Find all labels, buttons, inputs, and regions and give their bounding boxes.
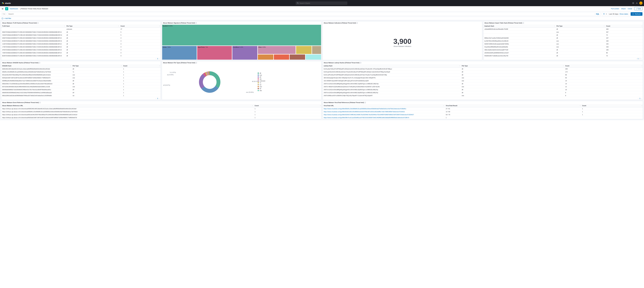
- table-row[interactable]: 03847D39AA16D0B3D27C23B143C3EB480E67DAE1…: [1, 36, 160, 40]
- global-search[interactable]: [296, 2, 347, 5]
- table-row[interactable]: unknown27: [1, 28, 160, 31]
- legend-item[interactable]: zip: [258, 78, 265, 80]
- table-row[interactable]: 6144:JyPKmlEwrPmRPWEpWFn2E6IyDntvhhOU35R…: [323, 74, 643, 76]
- signature-treemap[interactable]: Quakbot 63.89%Dridex 7.85%AgentTesla 7.6…: [162, 24, 321, 60]
- table-row[interactable]: 001de34e2559746dc806ad79c18402d5dcff0bd2…: [1, 74, 160, 76]
- space-badge[interactable]: D: [5, 7, 8, 10]
- kql-badge[interactable]: KQL: [595, 13, 599, 15]
- table-row[interactable]: 24576:xSJSZexOkGdBfQjH0ypAGgpHSUo3H1H36E…: [323, 91, 643, 94]
- prev-page[interactable]: ‹: [638, 98, 638, 99]
- next-page[interactable]: ›: [159, 58, 160, 60]
- table-row[interactable]: https://urlhaus-api.abuse.ch/v1/download…: [1, 110, 321, 113]
- table-row[interactable]: 00b2a26fd1da52afca639699dbb67840ea3573d0…: [1, 94, 160, 97]
- page-number[interactable]: 1: [638, 58, 638, 60]
- column-header[interactable]: TLSH Hash⌄: [1, 24, 66, 28]
- table-row[interactable]: dll73: [484, 34, 643, 36]
- info-icon[interactable]: i: [356, 22, 358, 24]
- table-row[interactable]: 6144:p9ykYklEwrPmRPWEpWFn2E6IyDntvhhOU35…: [323, 68, 643, 70]
- table-row[interactable]: 00b09330165999bd62e4ba7e322169a3706390fc…: [1, 91, 160, 94]
- info-icon[interactable]: i: [37, 22, 39, 24]
- table-row[interactable]: 91ae93ed3ff0d6f8a4f22d2edd30a58eexe150: [484, 46, 643, 48]
- info-icon[interactable]: i: [364, 102, 366, 103]
- table-row[interactable]: 007d164e3645fd8c3fae9c5f6fb440083150c248…: [1, 85, 160, 88]
- column-header[interactable]: VirusTotal Result⌄: [445, 104, 581, 107]
- next-page[interactable]: ›: [159, 98, 160, 99]
- treemap-cell[interactable]: Quakbot 63.89%: [162, 24, 321, 46]
- share-link[interactable]: Share: [621, 8, 626, 10]
- treemap-cell[interactable]: [290, 54, 306, 60]
- table-row[interactable]: https://www.virustotal.com/gui/file/000d…: [323, 107, 643, 110]
- table-row[interactable]: 17847D39AA16D0B3D27C23B143C3EB480E67DAE1…: [1, 46, 160, 48]
- legend-item[interactable]: rar: [258, 84, 265, 86]
- table-row[interactable]: https://urlhaus-api.abuse.ch/v1/download…: [1, 107, 321, 110]
- treemap-cell[interactable]: [312, 46, 321, 54]
- user-avatar[interactable]: ●: [639, 2, 642, 5]
- table-row[interactable]: 005ff8ba451f9d980209dbaf03e72a27336852d2…: [1, 79, 160, 82]
- table-row[interactable]: 0020a6150671807bc88701d3efcefc89f7b9f000…: [1, 76, 160, 79]
- date-picker[interactable]: 🗓 ▾ Last 30 days Show dates: [602, 12, 630, 16]
- table-row[interactable]: 0005346140f13dbe9614222a3cc16de1a8b5ff95…: [1, 68, 160, 70]
- table-row[interactable]: 006d2382c721e648e0beaac64c835a46891e3358…: [1, 82, 160, 85]
- column-header[interactable]: File Type⌄: [66, 24, 120, 28]
- show-dates-link[interactable]: Show dates: [620, 13, 628, 15]
- table-row[interactable]: 300c10a50c3de5414c631eda8f77fc0fdll106: [484, 48, 643, 52]
- legend-item[interactable]: doc: [258, 90, 265, 91]
- legend-item[interactable]: txt: [258, 88, 265, 90]
- column-header[interactable]: File Type⌄: [72, 64, 122, 68]
- legend-item[interactable]: exe: [258, 74, 265, 76]
- clone-link[interactable]: Clone: [628, 8, 632, 10]
- filetypes-donut[interactable]: 7z (1.87%) zip (4.03%) elf (24.87%) exe …: [162, 70, 258, 94]
- next-page[interactable]: ›: [641, 98, 642, 99]
- info-icon[interactable]: i: [39, 62, 40, 64]
- treemap-cell[interactable]: [274, 54, 290, 60]
- treemap-cell[interactable]: CoinMiner 6.23%: [232, 46, 258, 60]
- table-row[interactable]: https://urlhaus-api.abuse.ch/v1/download…: [1, 116, 321, 119]
- info-icon[interactable]: i: [360, 62, 362, 64]
- legend-item[interactable]: ace: [258, 86, 265, 88]
- filter-toggle[interactable]: ▾: [2, 12, 6, 16]
- column-header[interactable]: File Type⌄: [461, 64, 564, 68]
- table-row[interactable]: bc2507952c5954f0ae664ccf1c638c93exe160: [484, 40, 643, 42]
- table-row[interactable]: 384:A4JleqSgII1NLfpIcC8E+/SRp9zj5+EoFv7k…: [323, 76, 643, 79]
- table-row[interactable]: 6144:/gOXktvhhOU35RJEesNr3wU7HuAmHKmlEwr…: [323, 70, 643, 74]
- prev-page[interactable]: ‹: [156, 58, 156, 60]
- legend-item[interactable]: 7z: [258, 82, 265, 84]
- table-row[interactable]: 192:3HWkPoSjneN9FCNDDgfVs3fPsUjDzyATU9:3…: [323, 79, 643, 82]
- table-row[interactable]: c0d4a888925cfdc2acf94edd6c75208fdll440: [484, 28, 643, 31]
- table-row[interactable]: 24576:xSJSZexOkGdBfQjH0ypAGgpHSUo3H1H36E…: [323, 88, 643, 91]
- table-row[interactable]: 563557d99523e4b1abab2eb9b79285eexe155: [484, 42, 643, 46]
- treemap-cell[interactable]: [296, 46, 312, 54]
- table-row[interactable]: 2F847D39AA16D0B3D27C23B143C3EB480E67DAE1…: [1, 48, 160, 52]
- query-input-wrap[interactable]: KQL: [7, 12, 601, 16]
- table-row[interactable]: 72847D39AA16D0B3D27C23B143C3EB480E67DAE1…: [1, 52, 160, 54]
- table-row[interactable]: e55392d3d4f1a5698962f329e1e15c67dll96: [484, 52, 643, 54]
- table-row[interactable]: https://www.virustotal.com/gui/file/03fe…: [323, 116, 643, 119]
- column-header[interactable]: Count⌄: [564, 64, 643, 68]
- table-row[interactable]: CE847D39AA16D0B3D27C23B143C3EB480E67DAE1…: [1, 34, 160, 36]
- next-page[interactable]: ›: [641, 58, 642, 60]
- table-row[interactable]: https://urlhaus-api.abuse.ch/v1/download…: [1, 113, 321, 116]
- column-header[interactable]: Count⌄: [581, 104, 643, 107]
- column-header[interactable]: VirusTotal URL⌄: [323, 104, 445, 107]
- global-search-input[interactable]: [300, 2, 346, 4]
- table-row[interactable]: exe347: [484, 31, 643, 34]
- nav-toggle-icon[interactable]: [2, 8, 4, 10]
- info-icon[interactable]: i: [39, 102, 41, 103]
- add-filter-link[interactable]: + + Add filter: [2, 18, 11, 19]
- table-row[interactable]: B2847D39AA16D0B3D27C23B143C3EB480E67DAE1…: [1, 54, 160, 57]
- table-row[interactable]: 24576:+M6aPsVQGNofMuDarQGhee21TrIdFpAtXy…: [323, 85, 643, 88]
- column-header[interactable]: ssdeep Hash⌄: [323, 64, 461, 68]
- edit-button[interactable]: Edit: [634, 7, 642, 10]
- page-number[interactable]: 1: [157, 58, 158, 60]
- legend-item[interactable]: elf: [258, 76, 265, 78]
- prev-page[interactable]: ‹: [636, 58, 637, 60]
- column-header[interactable]: SHA256 Hash⌄: [1, 64, 72, 68]
- query-input[interactable]: [8, 13, 594, 15]
- table-row[interactable]: 000df1c23e369b8fc32cad330005e2d3eeef2b8d…: [1, 70, 160, 74]
- table-row[interactable]: https://www.virustotal.com/gui/file/0326…: [323, 113, 643, 116]
- refresh-button[interactable]: Refresh: [630, 12, 642, 16]
- table-row[interactable]: 96847D39AA16D0B3D27C23B143C3EB480E67DAE1…: [1, 31, 160, 34]
- treemap-cell[interactable]: AgentTesla 7.6%: [197, 46, 232, 60]
- table-row[interactable]: 24576:xSJSZexOkGdBfQjH0ypAGgpHSUo3H1H36E…: [323, 82, 643, 85]
- help-icon[interactable]: [636, 2, 638, 4]
